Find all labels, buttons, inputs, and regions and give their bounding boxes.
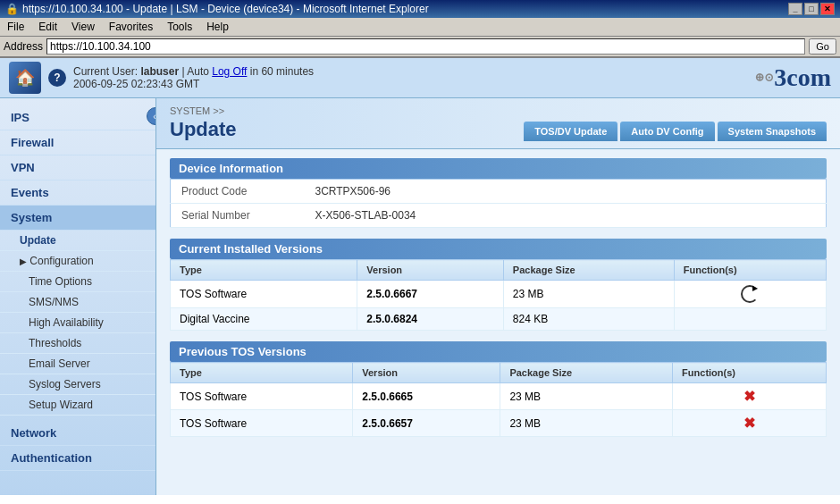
minimize-button[interactable]: _ [788,3,802,15]
col-functions: Function(s) [673,363,827,383]
func-cell: ✖ [673,410,827,437]
table-row: Product Code 3CRTPX506-96 [171,180,827,204]
product-code-label: Product Code [171,180,305,204]
page-title: Update [170,118,237,141]
version-cell: 2.5.0.6667 [357,281,504,308]
browser-title: https://10.100.34.100 - Update | LSM - D… [22,3,429,15]
sidebar-item-email-server[interactable]: Email Server [0,354,155,374]
type-cell: Digital Vaccine [171,308,357,331]
sidebar-item-events[interactable]: Events [0,181,155,206]
help-icon[interactable]: ? [48,69,66,87]
sidebar-item-vpn[interactable]: VPN [0,155,155,181]
sidebar-item-high-availability[interactable]: High Availability [0,313,155,333]
title-bar: 🔒 https://10.100.34.100 - Update | LSM -… [0,0,840,18]
sidebar-item-time-options[interactable]: Time Options [0,272,155,292]
menu-edit[interactable]: Edit [35,20,61,34]
sidebar-item-firewall[interactable]: Firewall [0,130,155,155]
auto-label: Auto [187,65,209,78]
size-cell: 23 MB [500,410,673,437]
go-button[interactable]: Go [809,38,836,55]
previous-versions-table: Type Version Package Size Function(s) TO… [170,362,827,437]
tab-system-snapshots[interactable]: System Snapshots [718,122,827,141]
table-row: TOS Software 2.5.0.6667 23 MB ▶ [171,281,827,308]
type-cell: TOS Software [171,383,353,410]
current-versions-section: Current Installed Versions Type Version … [170,239,827,331]
logoff-link[interactable]: Log Off [212,65,247,78]
address-bar: Address Go [0,37,840,58]
current-user-label: Current User: [73,65,138,78]
content-area: SYSTEM >> Update TOS/DV Update Auto DV C… [156,98,840,495]
sidebar-nav: IPS Firewall VPN Events System Update ▶ … [0,98,155,478]
col-type: Type [171,363,353,383]
sidebar-item-update[interactable]: Update [0,231,155,251]
sidebar-item-authentication[interactable]: Authentication [0,446,155,471]
previous-versions-section: Previous TOS Versions Type Version Packa… [170,341,827,437]
sidebar-item-system[interactable]: System [0,206,155,231]
window-controls[interactable]: _ □ ✕ [788,3,835,15]
menu-view[interactable]: View [68,20,98,34]
sidebar-item-ips[interactable]: IPS [0,105,155,130]
tab-tos-dv-update[interactable]: TOS/DV Update [524,122,617,141]
col-type: Type [171,260,357,281]
col-version: Version [353,363,500,383]
app-header: 🏠 ? Current User: labuser | Auto Log Off… [0,58,840,98]
col-package-size: Package Size [503,260,674,281]
delete-icon[interactable]: ✖ [743,388,755,405]
table-row: Serial Number X-X506-STLAB-0034 [171,204,827,228]
timestamp: 2006-09-25 02:23:43 GMT [73,78,314,90]
func-cell: ✖ [673,383,827,410]
device-info-header: Device Information [170,158,827,179]
username-display: labuser [140,65,179,78]
table-row: Digital Vaccine 2.5.0.6824 824 KB [171,308,827,331]
main-layout: « IPS Firewall VPN Events System Update … [0,98,840,495]
tab-auto-dv-config[interactable]: Auto DV Config [620,122,714,141]
type-cell: TOS Software [171,410,353,437]
logo: ⊕⊙ 3com [754,63,831,92]
menu-favorites[interactable]: Favorites [105,20,156,34]
expand-icon: ▶ [20,256,27,266]
table-row: TOS Software 2.5.0.6665 23 MB ✖ [171,383,827,410]
sidebar-item-sms-nms[interactable]: SMS/NMS [0,292,155,313]
breadcrumb: SYSTEM >> [170,105,237,116]
content-tabs: TOS/DV Update Auto DV Config System Snap… [524,122,827,141]
size-cell: 23 MB [500,383,673,410]
size-cell: 824 KB [503,308,674,331]
menu-tools[interactable]: Tools [164,20,196,34]
sidebar-item-syslog-servers[interactable]: Syslog Servers [0,374,155,395]
version-cell: 2.5.0.6824 [357,308,504,331]
func-cell: ▶ [674,281,826,308]
menu-help[interactable]: Help [203,20,232,34]
sidebar-item-configuration[interactable]: ▶ Configuration [0,251,155,272]
func-cell [674,308,826,331]
sidebar-item-setup-wizard[interactable]: Setup Wizard [0,395,155,416]
serial-number-label: Serial Number [171,204,305,228]
content-body: Device Information Product Code 3CRTPX50… [156,149,840,457]
size-cell: 23 MB [503,281,674,308]
device-info-section: Device Information Product Code 3CRTPX50… [170,158,827,228]
sidebar-item-thresholds[interactable]: Thresholds [0,333,155,354]
close-button[interactable]: ✕ [820,3,835,15]
menu-file[interactable]: File [4,20,28,34]
product-code-value: 3CRTPX506-96 [305,180,827,204]
col-functions: Function(s) [674,260,826,281]
session-remaining: in 60 minutes [250,65,314,78]
type-cell: TOS Software [171,281,357,308]
previous-versions-header: Previous TOS Versions [170,341,827,362]
address-label: Address [4,40,43,53]
content-header: SYSTEM >> Update TOS/DV Update Auto DV C… [156,98,840,149]
sidebar-item-network[interactable]: Network [0,421,155,446]
col-package-size: Package Size [500,363,673,383]
col-version: Version [357,260,504,281]
maximize-button[interactable]: □ [804,3,819,15]
device-info-table: Product Code 3CRTPX506-96 Serial Number … [170,179,827,228]
address-input[interactable] [46,38,805,55]
app-icon: 🏠 [9,62,41,94]
reboot-icon[interactable]: ▶ [741,285,759,303]
table-header-row: Type Version Package Size Function(s) [171,260,827,281]
serial-number-value: X-X506-STLAB-0034 [305,204,827,228]
menu-bar: File Edit View Favorites Tools Help [0,18,840,37]
table-row: TOS Software 2.5.0.6657 23 MB ✖ [171,410,827,437]
delete-icon[interactable]: ✖ [743,415,755,432]
lock-icon: 🔒 [5,3,19,15]
sidebar: « IPS Firewall VPN Events System Update … [0,98,156,495]
